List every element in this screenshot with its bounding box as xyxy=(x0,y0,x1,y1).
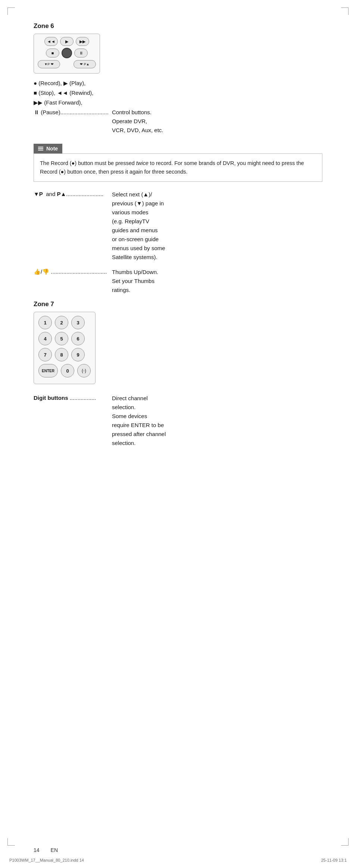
stop-btn[interactable]: ■ xyxy=(46,49,59,57)
btn-3[interactable]: 3 xyxy=(71,316,85,329)
desc-line4-row: ⏸ (Pause)...............................… xyxy=(34,108,322,135)
thumbs-symbol: 👍/👎 .................................... xyxy=(34,268,107,275)
note-label: Note xyxy=(46,146,58,152)
corner-mark-bl xyxy=(7,838,15,846)
desc-line3: ▶▶ (Fast Forward), xyxy=(34,98,322,107)
note-icon xyxy=(38,147,43,150)
play-btn[interactable]: ▶ xyxy=(60,37,74,46)
note-content: The Record (●) button must be pressed tw… xyxy=(34,153,322,182)
numpad-row1: 1 2 3 xyxy=(38,316,91,329)
vp-section: ▼P and P▲........................ Select… xyxy=(34,190,322,262)
digit-label: Digit buttons ................. xyxy=(34,394,112,448)
note-box: Note The Record (●) button must be press… xyxy=(34,142,322,182)
record-btn[interactable] xyxy=(62,48,72,58)
btn-dash[interactable]: (-) xyxy=(77,364,91,377)
digit-description: Direct channel selection. Some devices r… xyxy=(112,394,166,448)
pause-btn[interactable]: ⏸ xyxy=(74,49,88,57)
stop-symbol: ■ (Stop), ◄◄ (Rewind), xyxy=(34,90,93,96)
file-info-right: 25-11-09 13:1 xyxy=(321,858,347,862)
zone7-section: Zone 7 1 2 3 4 5 6 7 8 9 ENTER 0 (-) xyxy=(34,301,322,390)
numpad-row3: 7 8 9 xyxy=(38,348,91,361)
zone6-title: Zone 6 xyxy=(34,22,322,30)
zone6-row1: ◄◄ ▶ ▶▶ xyxy=(38,37,96,46)
btn-6[interactable]: 6 xyxy=(71,332,85,345)
desc-line2: ■ (Stop), ◄◄ (Rewind), xyxy=(34,88,322,97)
rewind-btn[interactable]: ◄◄ xyxy=(44,37,58,46)
numpad-row4: ENTER 0 (-) xyxy=(38,364,91,377)
desc-line1: ● (Record), ▶ (Play), xyxy=(34,79,322,88)
thumbs-description: Thumbs Up/Down. Set your Thumbs ratings. xyxy=(112,268,158,295)
record-symbol: ● (Record), ▶ (Play), xyxy=(34,80,85,86)
corner-mark-tr xyxy=(341,7,349,15)
vp-description: Select next (▲)/ previous (▼) page in va… xyxy=(112,190,165,262)
thumbs-label: 👍/👎 .................................... xyxy=(34,268,112,295)
zone6-remote: ◄◄ ▶ ▶▶ ■ ⏸ ▼P ❤ ❤ P▲ xyxy=(34,34,100,74)
corner-mark-br xyxy=(341,838,349,846)
zone6-description: ● (Record), ▶ (Play), ■ (Stop), ◄◄ (Rewi… xyxy=(34,79,322,135)
file-info: P1003WM_17__Manual_80_210.indd 14 25-11-… xyxy=(0,858,356,862)
btn-enter[interactable]: ENTER xyxy=(38,364,58,377)
btn-5[interactable]: 5 xyxy=(55,332,68,345)
ff-symbol: ▶▶ (Fast Forward), xyxy=(34,99,82,106)
digit-section: Digit buttons ................. Direct c… xyxy=(34,394,322,448)
corner-mark-tl xyxy=(7,7,15,15)
btn-2[interactable]: 2 xyxy=(55,316,68,329)
digit-label-text: Digit buttons xyxy=(34,395,68,401)
numpad-row2: 4 5 6 xyxy=(38,332,91,345)
zone6-row2: ■ ⏸ xyxy=(38,48,96,58)
btn-1[interactable]: 1 xyxy=(38,316,52,329)
btn-7[interactable]: 7 xyxy=(38,348,52,361)
page: Zone 6 ◄◄ ▶ ▶▶ ■ ⏸ ▼P ❤ ❤ P▲ ● (Record),… xyxy=(0,0,356,868)
btn-9[interactable]: 9 xyxy=(71,348,85,361)
zone7-remote: 1 2 3 4 5 6 7 8 9 ENTER 0 (-) xyxy=(34,312,96,384)
page-footer: 14 EN xyxy=(34,847,322,853)
zone7-title: Zone 7 xyxy=(34,301,322,308)
vp-btn[interactable]: ▼P ❤ xyxy=(38,60,60,68)
btn-8[interactable]: 8 xyxy=(55,348,68,361)
file-info-left: P1003WM_17__Manual_80_210.indd 14 xyxy=(9,858,84,862)
control-text: Control buttons. Operate DVR, VCR, DVD, … xyxy=(112,108,163,135)
btn-0[interactable]: 0 xyxy=(61,364,74,377)
language-label: EN xyxy=(51,847,58,853)
vp-symbol: ▼P xyxy=(34,191,43,197)
note-header: Note xyxy=(34,144,62,153)
fast-forward-btn[interactable]: ▶▶ xyxy=(76,37,89,46)
btn-4[interactable]: 4 xyxy=(38,332,52,345)
pa-btn[interactable]: ❤ P▲ xyxy=(74,60,96,68)
vp-label: ▼P and P▲........................ xyxy=(34,190,112,262)
page-number: 14 xyxy=(34,847,40,853)
zone6-row3: ▼P ❤ ❤ P▲ xyxy=(38,60,96,68)
pa-symbol: P▲ xyxy=(57,191,66,197)
thumbs-section: 👍/👎 ....................................… xyxy=(34,268,322,295)
pause-label: ⏸ (Pause)............................... xyxy=(34,108,112,135)
